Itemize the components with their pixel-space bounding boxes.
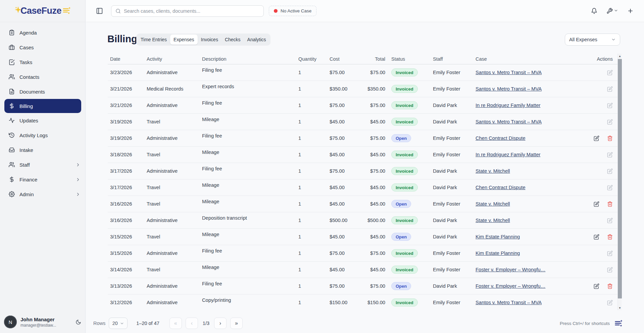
edit-icon[interactable]: [607, 300, 613, 306]
chevron-right-icon: [76, 162, 81, 167]
history-clock-icon: [8, 132, 15, 138]
tab-invoices[interactable]: Invoices: [198, 35, 221, 45]
edit-icon[interactable]: [594, 201, 599, 207]
tab-expenses[interactable]: Expenses: [170, 35, 197, 45]
sidebar-item-updates[interactable]: Updates: [0, 113, 85, 128]
inbox-icon: [8, 147, 15, 153]
table-scrollbar[interactable]: ▲ ▼: [617, 54, 622, 310]
sidebar-item-activity-logs[interactable]: Activity Logs: [0, 128, 85, 143]
cell-actions: [573, 245, 613, 261]
prev-page-button[interactable]: ‹: [186, 318, 198, 329]
search-input[interactable]: [124, 8, 259, 14]
sidebar-item-intake[interactable]: Intake: [0, 143, 85, 157]
cell-total: $75.00: [360, 278, 385, 294]
edit-icon[interactable]: [607, 185, 613, 190]
cell-activity: Travel: [147, 179, 202, 196]
cell-case: Chen Contract Dispute: [476, 179, 573, 196]
cell-status: Invoiced: [385, 114, 433, 130]
column-header-date: Date: [110, 54, 147, 64]
cell-total: $350.00: [360, 81, 385, 97]
edit-icon[interactable]: [607, 86, 613, 92]
cell-cost: $500.00: [330, 212, 360, 228]
sidebar-item-contacts[interactable]: Contacts: [0, 69, 85, 84]
tab-analytics[interactable]: Analytics: [244, 35, 269, 45]
delete-icon[interactable]: [607, 234, 613, 240]
cell-staff: David Park: [433, 278, 476, 294]
cell-case: Santos v. Metro Transit – MVA: [476, 81, 573, 97]
next-page-button[interactable]: ›: [214, 318, 227, 329]
sidebar-item-admin[interactable]: Admin: [0, 187, 85, 202]
sidebar-item-cases[interactable]: Cases: [0, 40, 85, 55]
cell-description: Mileage: [202, 114, 298, 130]
case-link[interactable]: Santos v. Metro Transit – MVA: [476, 70, 542, 75]
tab-time-entries[interactable]: Time Entries: [137, 35, 170, 45]
cell-date: 3/21/2026: [110, 81, 147, 97]
edit-icon[interactable]: [594, 135, 599, 141]
case-link[interactable]: Kim Estate Planning: [476, 234, 520, 239]
edit-icon[interactable]: [607, 168, 613, 174]
delete-icon[interactable]: [607, 283, 613, 289]
case-link[interactable]: Santos v. Metro Transit – MVA: [476, 86, 542, 92]
table-row: 3/19/2026TravelMileage1$45.00$45.00Invoi…: [108, 114, 617, 130]
user-email: manager@testlaw...: [20, 323, 56, 328]
scroll-down-icon[interactable]: ▼: [618, 306, 622, 310]
case-link[interactable]: Santos v. Metro Transit – MVA: [476, 300, 542, 305]
case-link[interactable]: State v. Mitchell: [476, 218, 510, 223]
user-profile[interactable]: N John Manager manager@testlaw...: [4, 316, 81, 328]
sidebar-item-documents[interactable]: Documents: [0, 84, 85, 99]
case-link[interactable]: Santos v. Metro Transit – MVA: [476, 119, 542, 124]
case-link[interactable]: Chen Contract Dispute: [476, 135, 526, 141]
table-row: 3/21/2026Medical RecordsExpert records1$…: [108, 81, 617, 97]
document-icon: [8, 88, 15, 95]
scrollbar-thumb[interactable]: [618, 59, 622, 298]
edit-icon[interactable]: [607, 103, 613, 108]
case-link[interactable]: In re Rodriguez Family Matter: [476, 103, 540, 108]
check-square-icon: [8, 59, 15, 65]
sidebar-item-tasks[interactable]: Tasks: [0, 55, 85, 69]
no-active-case-chip[interactable]: No Active Case: [269, 6, 316, 16]
edit-icon[interactable]: [607, 267, 613, 273]
sidebar-item-staff[interactable]: Staff: [0, 157, 85, 172]
rows-per-page-select[interactable]: 20: [109, 318, 128, 329]
expense-filter-select[interactable]: All Expenses: [565, 34, 620, 46]
last-page-button[interactable]: »: [230, 318, 243, 329]
delete-icon[interactable]: [607, 135, 613, 141]
cell-cost: $75.00: [330, 278, 360, 294]
edit-icon[interactable]: [607, 251, 613, 256]
notifications-button[interactable]: [591, 8, 597, 14]
cell-actions: [573, 212, 613, 228]
sidebar-item-billing[interactable]: Billing: [4, 99, 81, 113]
edit-icon[interactable]: [607, 218, 613, 223]
delete-icon[interactable]: [607, 201, 613, 207]
tab-checks[interactable]: Checks: [221, 35, 244, 45]
shortcuts-lines-icon[interactable]: [614, 319, 623, 327]
cell-activity: Travel: [147, 262, 202, 278]
case-link[interactable]: In re Rodriguez Family Matter: [476, 152, 540, 157]
case-link[interactable]: Foster v. Employer – Wrongfu…: [476, 283, 545, 289]
edit-icon[interactable]: [594, 234, 599, 240]
scroll-up-icon[interactable]: ▲: [618, 54, 622, 58]
sidebar-item-agenda[interactable]: Agenda: [0, 25, 85, 40]
tools-dropdown-button[interactable]: [606, 8, 618, 14]
edit-icon[interactable]: [594, 283, 599, 289]
case-link[interactable]: Foster v. Employer – Wrongfu…: [476, 267, 545, 272]
case-link[interactable]: Chen Contract Dispute: [476, 185, 526, 190]
case-link[interactable]: State v. Mitchell: [476, 201, 510, 207]
billing-tabs: Time EntriesExpensesInvoicesChecksAnalyt…: [136, 34, 270, 46]
dark-mode-toggle[interactable]: [76, 319, 81, 325]
edit-icon[interactable]: [607, 152, 613, 158]
cell-quantity: 1: [298, 147, 330, 163]
sidebar-toggle-icon[interactable]: [96, 7, 103, 14]
case-link[interactable]: Kim Estate Planning: [476, 251, 520, 256]
sidebar-item-finance[interactable]: Finance: [0, 172, 85, 187]
case-link[interactable]: State v. Mitchell: [476, 168, 510, 174]
table-header: DateActivityDescriptionQuantityCostTotal…: [108, 54, 617, 64]
cell-cost: $75.00: [330, 64, 360, 80]
edit-icon[interactable]: [607, 70, 613, 75]
plus-icon: [627, 8, 634, 14]
edit-icon[interactable]: [607, 119, 613, 125]
cell-staff: Emily Foster: [433, 81, 476, 97]
add-new-button[interactable]: [627, 8, 634, 14]
cell-date: 3/19/2026: [110, 114, 147, 130]
first-page-button[interactable]: «: [169, 318, 182, 329]
